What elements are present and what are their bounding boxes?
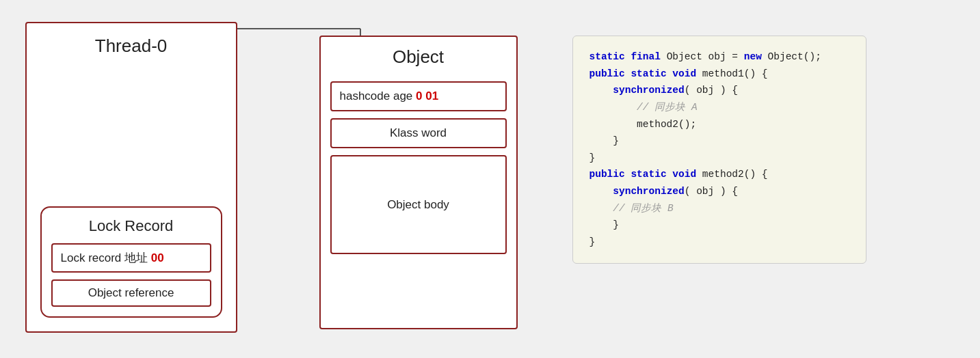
- code-line: }: [590, 150, 849, 167]
- code-panel: static final Object obj = new Object();p…: [572, 36, 866, 264]
- lock-record-addr: Lock record 地址 00: [51, 243, 211, 273]
- code-line: static final Object obj = new Object();: [590, 49, 849, 66]
- code-line: }: [590, 133, 849, 150]
- object-reference-box: Object reference: [51, 279, 211, 307]
- klass-label: Klass word: [390, 126, 447, 139]
- thread-box: Thread-0 Lock Record Lock record 地址 00 O…: [25, 22, 237, 333]
- object-title: Object: [321, 37, 516, 74]
- object-box: Object hashcode age 0 01 Klass word Obje…: [319, 36, 518, 329]
- code-line: public static void method2() {: [590, 166, 849, 183]
- code-line: }: [590, 234, 849, 251]
- code-line: method2();: [590, 116, 849, 133]
- object-reference-label: Object reference: [88, 286, 174, 299]
- object-body-label: Object body: [387, 198, 449, 212]
- addr-label: Lock record 地址: [61, 251, 151, 264]
- thread-title: Thread-0: [27, 23, 236, 64]
- code-line: // 同步块 B: [590, 200, 849, 217]
- lock-record-box: Lock Record Lock record 地址 00 Object ref…: [40, 206, 222, 318]
- object-body-box: Object body: [330, 155, 507, 254]
- code-line: synchronized( obj ) {: [590, 82, 849, 99]
- lock-record-title: Lock Record: [51, 217, 211, 235]
- code-line: // 同步块 A: [590, 99, 849, 116]
- hashcode-value: 0 01: [416, 90, 438, 102]
- hashcode-label: hashcode age: [340, 90, 416, 102]
- code-line: }: [590, 217, 849, 234]
- addr-value: 00: [151, 251, 164, 264]
- klass-box: Klass word: [330, 118, 507, 148]
- canvas: Thread-0 Lock Record Lock record 地址 00 O…: [12, 8, 969, 350]
- hashcode-box: hashcode age 0 01: [330, 81, 507, 111]
- diagram-area: Thread-0 Lock Record Lock record 地址 00 O…: [25, 22, 545, 336]
- code-line: public static void method1() {: [590, 66, 849, 83]
- code-line: synchronized( obj ) {: [590, 183, 849, 200]
